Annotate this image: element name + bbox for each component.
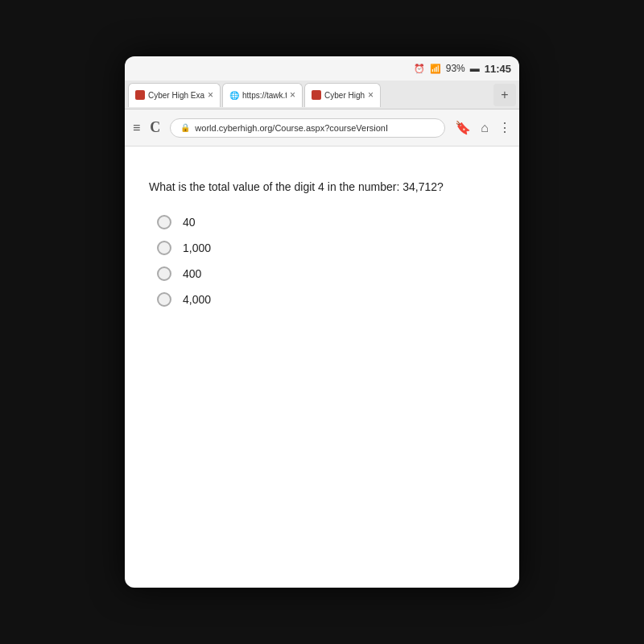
answer-options: 40 1,000 400 4,000 <box>149 215 495 307</box>
answer-label-2: 1,000 <box>183 242 211 254</box>
tab-cyber-high-exam[interactable]: Cyber High Exam × <box>128 83 221 107</box>
bookmark-icon[interactable]: 🔖 <box>455 120 471 135</box>
answer-option-2[interactable]: 1,000 <box>157 241 495 255</box>
tab1-favicon <box>135 90 145 100</box>
radio-button-1[interactable] <box>157 215 171 229</box>
device-frame: ⏰ 📶 93% ▬ 11:45 Cyber High Exam × 🌐 http… <box>125 56 519 588</box>
question-text: What is the total value of the digit 4 i… <box>149 179 495 196</box>
answer-option-1[interactable]: 40 <box>157 215 495 229</box>
status-bar: ⏰ 📶 93% ▬ 11:45 <box>125 56 519 80</box>
refresh-button[interactable]: C <box>150 119 160 136</box>
answer-label-3: 400 <box>183 267 201 280</box>
answer-option-4[interactable]: 4,000 <box>157 292 495 307</box>
answer-option-3[interactable]: 400 <box>157 266 495 281</box>
tab1-close-button[interactable]: × <box>208 89 213 101</box>
tabs-bar: Cyber High Exam × 🌐 https://tawk.to/cha … <box>125 80 519 109</box>
tab2-favicon: 🌐 <box>229 91 239 100</box>
hamburger-menu-icon[interactable]: ≡ <box>133 121 140 135</box>
time-display: 11:45 <box>485 63 511 75</box>
answer-label-4: 4,000 <box>183 293 211 306</box>
lock-icon: 🔒 <box>180 123 190 132</box>
wifi-icon: 📶 <box>430 64 441 74</box>
tab2-close-button[interactable]: × <box>290 89 295 101</box>
tab3-label: Cyber High <box>324 91 365 100</box>
tab1-label: Cyber High Exam <box>148 91 204 100</box>
alarm-icon: ⏰ <box>414 64 425 74</box>
home-icon[interactable]: ⌂ <box>481 121 489 135</box>
battery-icon: ▬ <box>470 63 480 74</box>
new-tab-button[interactable]: + <box>493 84 516 106</box>
tab3-favicon <box>312 90 321 100</box>
address-bar: ≡ C 🔒 world.cyberhigh.org/Course.aspx?co… <box>125 109 519 147</box>
url-field[interactable]: 🔒 world.cyberhigh.org/Course.aspx?course… <box>170 118 445 138</box>
radio-button-2[interactable] <box>157 241 171 255</box>
tab3-close-button[interactable]: × <box>368 89 374 101</box>
radio-button-3[interactable] <box>157 266 171 281</box>
tab-cyber-high[interactable]: Cyber High × <box>304 83 381 107</box>
battery-percent: 93% <box>446 63 465 74</box>
answer-label-1: 40 <box>183 216 196 229</box>
radio-button-4[interactable] <box>157 292 171 307</box>
tab-tawk[interactable]: 🌐 https://tawk.to/cha × <box>222 83 303 107</box>
page-content: What is the total value of the digit 4 i… <box>125 147 519 588</box>
more-options-icon[interactable]: ⋮ <box>498 120 511 135</box>
tab2-label: https://tawk.to/cha <box>242 91 287 100</box>
url-text: world.cyberhigh.org/Course.aspx?courseVe… <box>195 123 388 133</box>
